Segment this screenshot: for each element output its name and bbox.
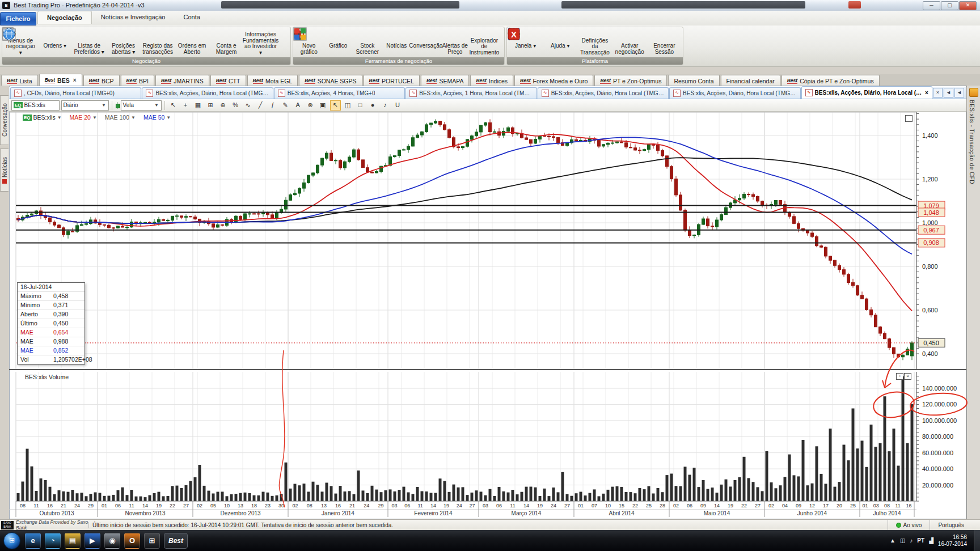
ribbon-button-gr-fico[interactable]: Gráfico	[324, 28, 353, 56]
workspace-tab-bes[interactable]: BestBES×	[39, 74, 82, 86]
toolbar-tool-11[interactable]: A	[293, 100, 303, 111]
toolbar-tool-14[interactable]: ↖	[330, 100, 341, 111]
legend-symbol[interactable]: EQ BES:xlis ▼	[23, 114, 62, 121]
toolbar-tool-7[interactable]: ∿	[243, 100, 254, 111]
show-desktop-button[interactable]	[974, 530, 980, 551]
close-button[interactable]: ✕	[959, 1, 977, 10]
workspace-tab-c-pia-de-pt-e-zon-optimus[interactable]: BestCópia de PT e Zon-Optimus	[782, 75, 880, 86]
ribbon-button-defini-es-da-transac-o[interactable]: Definições da Transacção	[577, 28, 612, 56]
taskbar-app-icon-6[interactable]: O	[124, 533, 140, 549]
tab-close-icon[interactable]: ×	[73, 77, 77, 83]
toolbar-tool-2[interactable]: +	[180, 100, 191, 111]
taskbar-app-icon-7[interactable]: ⊞	[144, 533, 160, 549]
start-button[interactable]: ⊞	[3, 532, 20, 549]
workspace-tab-indices[interactable]: BestIndices	[470, 75, 513, 86]
toolbar-tool-8[interactable]: ╱	[255, 100, 266, 111]
toolbar-tool-17[interactable]: ●	[368, 100, 378, 111]
tray-display-icon[interactable]: ◫	[900, 537, 905, 544]
right-dock-label[interactable]: BES:xlis - Transacção de CFD	[969, 100, 975, 184]
ribbon-button-encerrar-sess-o[interactable]: XEncerrar Sessão	[647, 28, 682, 56]
language-indicator[interactable]: Português	[930, 520, 980, 530]
toolbar-tool-10[interactable]: ✎	[280, 100, 291, 111]
ribbon-button-conversa-o[interactable]: Conversação	[411, 28, 441, 56]
chart-tab-5[interactable]: ∿BES:xlis, Acções, Diário, Hora Local (T…	[538, 87, 669, 99]
menu-tab-negocia-o[interactable]: Negociação	[37, 11, 92, 24]
legend-mae-50[interactable]: MAE 50▼	[143, 114, 171, 121]
toolbar-tool-12[interactable]: ⊗	[305, 100, 316, 111]
tray-expand-icon[interactable]: ▲	[890, 537, 895, 544]
workspace-tab-forex-moeda-e-ouro[interactable]: BestForex Moeda e Ouro	[514, 75, 593, 86]
price-pane-restore-icon[interactable]	[905, 115, 913, 122]
taskbar-app-icon-4[interactable]: ▶	[85, 533, 100, 549]
cfd-module-icon[interactable]	[969, 88, 978, 97]
volume-pane-close-icon[interactable]: ×	[904, 373, 911, 380]
workspace-tab-mota-egl[interactable]: BestMota EGL	[247, 75, 298, 86]
workspace-tab-sonae-sgps[interactable]: BestSONAE SGPS	[299, 75, 362, 86]
ribbon-button-alertas-de-pre-o[interactable]: Alertas de Preço	[441, 28, 470, 56]
taskbar-best-app-button[interactable]: Best	[164, 533, 188, 549]
ribbon-button-activar-negocia-o[interactable]: Activar negociação	[612, 28, 647, 56]
toolbar-tool-19[interactable]: U	[392, 100, 403, 111]
workspace-tab-semapa[interactable]: BestSEMAPA	[421, 75, 469, 86]
workspace-tab-bcp[interactable]: BestBCP	[83, 75, 120, 86]
workspace-tab-jmartins[interactable]: BestJMARTINS	[155, 75, 209, 86]
ribbon-button-ordens[interactable]: Ordens ▾	[37, 28, 71, 56]
toolbar-tool-9[interactable]: ƒ	[268, 100, 278, 111]
taskbar-app-icon-1[interactable]: e	[25, 533, 41, 549]
tab-scroll-icon[interactable]: ◄	[944, 88, 953, 98]
toolbar-tool-16[interactable]: □	[355, 100, 366, 111]
style-dropdown[interactable]: Vela▼	[121, 100, 162, 111]
toolbar-tool-13[interactable]: ▣	[318, 100, 328, 111]
workspace-tab-portucel[interactable]: BestPORTUCEL	[364, 75, 420, 86]
workspace-tab-ctt[interactable]: BestCTT	[210, 75, 246, 86]
ribbon-button-ajuda[interactable]: ?Ajuda ▾	[543, 28, 577, 56]
ribbon-button-informa-es-fundamentais-ao-investidor[interactable]: Informações Fundamentais ao Investidor ▾	[243, 28, 277, 56]
ribbon-button-not-cias[interactable]: Notícias	[382, 28, 412, 56]
toolbar-tool-3[interactable]: ▦	[193, 100, 204, 111]
menu-tab-not-cias-e-investiga-o[interactable]: Notícias e Investigação	[92, 11, 175, 23]
chart-tab-1[interactable]: ∿, CFDs, Diário, Hora Local (TMG+0)	[10, 87, 141, 99]
chart-tab-7[interactable]: ∿BES:xlis, Acções, Diário, Hora Local (T…	[801, 86, 932, 99]
file-menu-button[interactable]: Ficheiro	[0, 12, 36, 26]
workspace-tab-pt-e-zon-optimus[interactable]: BestPT e Zon-Optimus	[594, 75, 667, 86]
chart-tab-6[interactable]: ∿BES:xlis, Acções, Diário, Hora Local (T…	[669, 87, 800, 99]
legend-mae-20[interactable]: MAE 20▼	[70, 114, 97, 121]
toolbar-tool-1[interactable]: ↖	[168, 100, 179, 111]
workspace-tab-financial-calendar[interactable]: Financial calendar	[721, 75, 780, 86]
ribbon-button-stock-screener[interactable]: Stock Screener	[353, 28, 382, 56]
keyboard-language[interactable]: PT	[917, 537, 924, 544]
ribbon-button-explorador-de-instrumento[interactable]: Explorador de Instrumento	[470, 28, 499, 56]
toolbar-tool-5[interactable]: ⊕	[218, 100, 229, 111]
symbol-input[interactable]: EQBES:xlis	[11, 100, 60, 111]
toolbar-tool-4[interactable]: ⊞	[205, 100, 216, 111]
tray-network-icon[interactable]: ▟	[929, 537, 933, 544]
taskbar-app-icon-3[interactable]: ▤	[65, 533, 81, 549]
taskbar-app-icon-5[interactable]: ◉	[104, 533, 120, 549]
toolbar-tool-6[interactable]: %	[230, 100, 241, 111]
chart-tab-3[interactable]: ∿BES:xlis, Acções, 4 Horas, TMG+0	[274, 87, 405, 99]
workspace-tab-lista[interactable]: BestLista	[1, 75, 38, 86]
left-dock-tab-not-cias[interactable]: Notícias	[0, 149, 9, 192]
tab-scroll-icon[interactable]: ◄	[954, 88, 964, 98]
clock[interactable]: 16:56 16-07-2014	[938, 534, 967, 548]
ribbon-button-listas-de-preferidos[interactable]: Listas de Preferidos ▾	[72, 28, 106, 56]
ribbon-button-posi-es-abertas[interactable]: Posições abertas ▾	[106, 28, 140, 56]
maximize-button[interactable]: ▢	[941, 1, 958, 10]
taskbar-app-icon-2[interactable]: ◔	[45, 533, 61, 549]
minimize-button[interactable]: ─	[923, 1, 940, 10]
menu-tab-conta[interactable]: Conta	[174, 11, 209, 23]
period-dropdown[interactable]: Diário▼	[61, 100, 109, 111]
tab-close-icon[interactable]: ×	[925, 90, 928, 96]
ribbon-button-conta-e-margem[interactable]: Conta e Margem	[209, 28, 243, 56]
workspace-tab-bpi[interactable]: BestBPI	[121, 75, 154, 86]
ribbon-button-registo-das-transac-es[interactable]: Registo das transacções	[141, 28, 175, 56]
volume-pane-restore-icon[interactable]: ▫	[896, 373, 903, 380]
ribbon-button-ordens-em-aberto[interactable]: Ordens em Aberto	[175, 28, 209, 56]
workspace-tab-resumo-conta[interactable]: Resumo Conta	[668, 75, 719, 86]
tray-volume-icon[interactable]: ♪	[910, 537, 913, 544]
chart-tab-4[interactable]: ∿BES:xlis, Acções, 1 Hora, Hora Local (T…	[405, 87, 537, 99]
chart-close-icon[interactable]: ×	[933, 88, 943, 98]
toolbar-tool-15[interactable]: ◫	[343, 100, 353, 111]
left-dock-tab-conversa-o[interactable]: Conversação	[0, 95, 9, 145]
chart-tab-2[interactable]: ∿BES:xlis, Acções, Diário, Hora Local (T…	[142, 87, 273, 99]
